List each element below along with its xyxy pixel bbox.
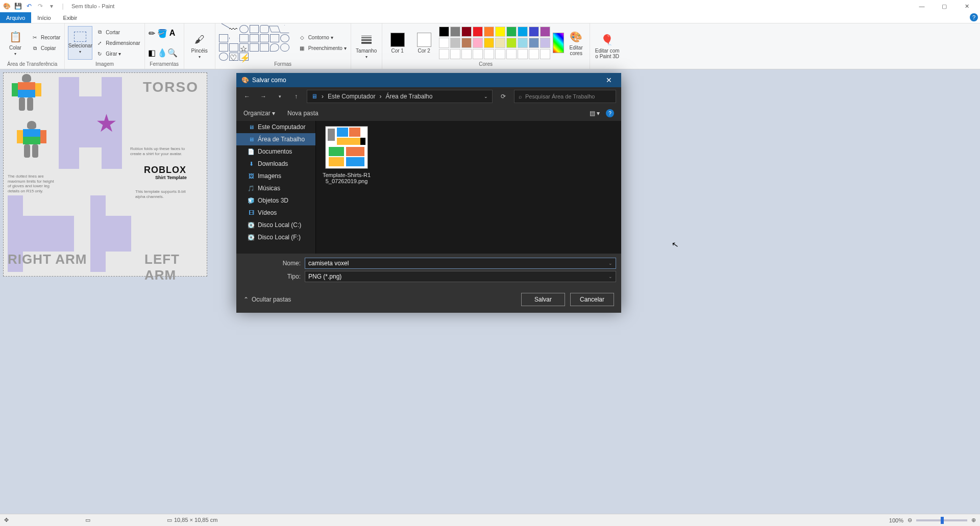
color-swatch[interactable] xyxy=(461,38,472,48)
color-swatch[interactable] xyxy=(506,38,517,48)
refresh-button[interactable]: ⟳ xyxy=(498,91,509,102)
tree-item[interactable]: 📄Documentos xyxy=(236,145,315,158)
redo-icon[interactable]: ↷ xyxy=(36,2,45,11)
tab-file[interactable]: Arquivo xyxy=(0,12,31,23)
cancel-button[interactable]: Cancelar xyxy=(570,293,614,306)
undo-icon[interactable]: ↶ xyxy=(24,2,34,11)
color-swatch[interactable] xyxy=(506,49,517,59)
picker-icon[interactable]: 💧 xyxy=(158,48,166,57)
tab-view[interactable]: Exibir xyxy=(57,12,84,23)
edit-colors-button[interactable]: 🎨Editar cores xyxy=(566,26,586,60)
zoom-icon[interactable]: 🔍 xyxy=(168,48,177,57)
save-icon[interactable]: 💾 xyxy=(13,2,22,11)
breadcrumb-1[interactable]: Este Computador xyxy=(328,93,375,100)
dialog-close-button[interactable]: ✕ xyxy=(602,76,616,84)
color-swatch[interactable] xyxy=(473,49,483,59)
color-swatch[interactable] xyxy=(518,49,528,59)
tree-item[interactable]: 💽Disco Local (C:) xyxy=(236,219,315,231)
canvas[interactable]: TORSO ★ Roblox folds up these faces to c… xyxy=(3,72,207,277)
color-swatch[interactable] xyxy=(495,27,505,37)
up-button[interactable]: ↑ xyxy=(290,91,302,102)
files-view[interactable]: Template-Shirts-R15_07262019.png xyxy=(316,121,621,254)
color-palette[interactable] xyxy=(438,26,551,60)
color-swatch[interactable] xyxy=(495,38,505,48)
shapes-gallery[interactable]: 〰 ☆♡⚡ xyxy=(218,24,295,61)
eraser-icon[interactable]: ◧ xyxy=(148,48,156,57)
color-swatch[interactable] xyxy=(529,27,539,37)
color-swatch[interactable] xyxy=(473,38,483,48)
color-swatch[interactable] xyxy=(439,49,449,59)
close-button[interactable]: ✕ xyxy=(955,0,978,12)
zoom-in-button[interactable]: ⊕ xyxy=(971,517,976,523)
forward-button[interactable]: → xyxy=(258,91,269,102)
color1-button[interactable]: Cor 1 xyxy=(385,26,410,60)
tree-item[interactable]: ⬇Downloads xyxy=(236,158,315,170)
file-item[interactable]: Template-Shirts-R15_07262019.png xyxy=(321,126,372,184)
address-bar[interactable]: 🖥 › Este Computador › Área de Trabalho ⌄ xyxy=(307,90,493,103)
paint3d-button[interactable]: 🎈Editar com o Paint 3D xyxy=(593,29,622,63)
recent-dropdown[interactable]: ▾ xyxy=(274,91,285,102)
save-button[interactable]: Salvar xyxy=(521,293,565,306)
tree-item[interactable]: 🎵Músicas xyxy=(236,182,315,194)
color-swatch[interactable] xyxy=(540,27,550,37)
resize-button[interactable]: ⤢Redimensionar xyxy=(94,38,141,48)
color-swatch[interactable] xyxy=(450,49,460,59)
color-swatch[interactable] xyxy=(439,27,449,37)
type-select[interactable]: PNG (*.png)⌄ xyxy=(305,271,616,282)
color-swatch[interactable] xyxy=(450,27,460,37)
fill-button[interactable]: ▦Preenchimento ▾ xyxy=(297,43,348,54)
tab-home[interactable]: Início xyxy=(31,12,57,23)
cut-button[interactable]: ✂Recortar xyxy=(30,33,61,43)
tree-item[interactable]: 🧊Objetos 3D xyxy=(236,194,315,207)
text-icon[interactable]: A xyxy=(168,29,177,37)
hide-folders-button[interactable]: ⌃Ocultar pastas xyxy=(243,296,291,303)
dialog-help-icon[interactable]: ? xyxy=(606,109,614,117)
zoom-out-button[interactable]: ⊖ xyxy=(908,517,912,523)
tree-item[interactable]: 💽Disco Local (F:) xyxy=(236,231,315,243)
color-swatch[interactable] xyxy=(461,27,472,37)
bucket-icon[interactable]: 🪣 xyxy=(158,29,166,37)
zoom-slider[interactable] xyxy=(916,519,967,521)
color-swatch[interactable] xyxy=(439,38,449,48)
color-swatch[interactable] xyxy=(529,49,539,59)
color-swatch[interactable] xyxy=(473,27,483,37)
organize-button[interactable]: Organizar ▾ xyxy=(243,110,275,117)
paste-button[interactable]: 📋Colar▾ xyxy=(3,26,28,60)
chevron-down-icon[interactable]: ⌄ xyxy=(484,94,488,99)
view-button[interactable]: ▤ ▾ xyxy=(590,110,600,117)
color-swatch[interactable] xyxy=(484,27,494,37)
color-swatch[interactable] xyxy=(540,49,550,59)
name-input[interactable]: camiseta voxel⌄ xyxy=(305,258,616,269)
color-swatch[interactable] xyxy=(518,27,528,37)
new-folder-button[interactable]: Nova pasta xyxy=(287,110,318,117)
tree-item[interactable]: 🖥Área de Trabalho xyxy=(236,133,315,145)
crop-button[interactable]: ⧉Cortar xyxy=(94,27,141,37)
tree-item[interactable]: 🎞Vídeos xyxy=(236,207,315,219)
tree-item[interactable]: 🖼Imagens xyxy=(236,170,315,182)
color-swatch[interactable] xyxy=(540,38,550,48)
color-swatch[interactable] xyxy=(506,27,517,37)
copy-button[interactable]: ⧉Copiar xyxy=(30,43,61,54)
color-swatch[interactable] xyxy=(461,49,472,59)
folder-tree[interactable]: 🖥Este Computador🖥Área de Trabalho📄Docume… xyxy=(236,121,316,254)
color-swatch[interactable] xyxy=(518,38,528,48)
minimize-button[interactable]: — xyxy=(911,0,933,12)
rotate-button[interactable]: ↻Girar ▾ xyxy=(94,48,141,59)
color-swatch[interactable] xyxy=(495,49,505,59)
help-icon[interactable]: ? xyxy=(970,13,978,21)
color-swatch[interactable] xyxy=(484,38,494,48)
back-button[interactable]: ← xyxy=(241,91,253,102)
search-input[interactable]: ⌕ Pesquisar Área de Trabalho xyxy=(514,90,616,103)
breadcrumb-2[interactable]: Área de Trabalho xyxy=(385,93,432,100)
pencil-icon[interactable]: ✏ xyxy=(148,29,156,37)
color-swatch[interactable] xyxy=(484,49,494,59)
color2-button[interactable]: Cor 2 xyxy=(412,26,436,60)
outline-button[interactable]: ◇Contorno ▾ xyxy=(297,33,348,43)
color-swatch[interactable] xyxy=(529,38,539,48)
qat-dropdown-icon[interactable]: ▾ xyxy=(47,2,56,11)
select-button[interactable]: Selecionar▾ xyxy=(68,26,92,60)
brushes-button[interactable]: 🖌Pincéis▾ xyxy=(187,29,212,63)
tree-item[interactable]: 🖥Este Computador xyxy=(236,121,315,133)
size-button[interactable]: Tamanho▾ xyxy=(354,29,379,63)
color-swatch[interactable] xyxy=(450,38,460,48)
